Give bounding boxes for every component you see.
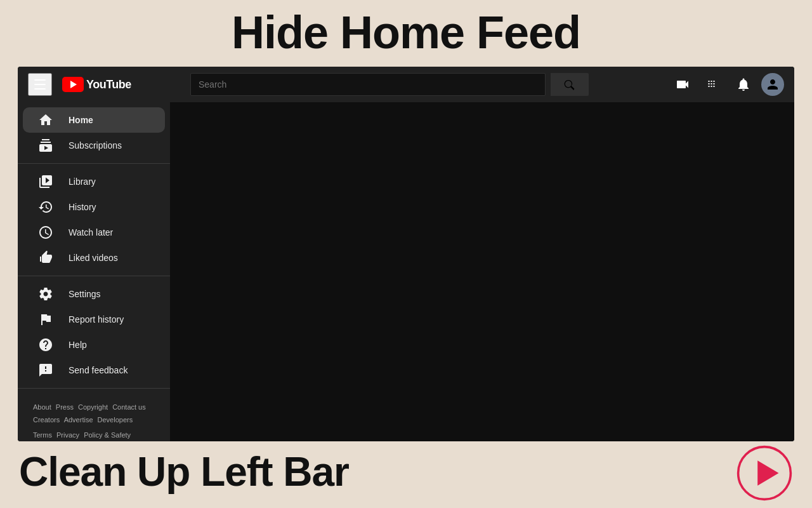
press-link[interactable]: Press — [56, 403, 74, 411]
flag-icon — [38, 312, 53, 327]
footer-links-2: Terms Privacy Policy & Safety — [33, 429, 155, 441]
subscriptions-label: Subscriptions — [69, 140, 122, 150]
sidebar-item-settings[interactable]: Settings — [23, 281, 165, 307]
search-icon — [563, 78, 576, 91]
creators-link[interactable]: Creators — [33, 416, 60, 424]
body: Home Subscriptions — [18, 102, 794, 441]
bell-icon — [736, 77, 751, 92]
copyright-link[interactable]: Copyright — [78, 403, 108, 411]
create-button[interactable] — [670, 72, 695, 97]
sidebar-item-subscriptions[interactable]: Subscriptions — [23, 133, 165, 158]
about-link[interactable]: About — [33, 403, 51, 411]
avatar-icon — [765, 77, 780, 92]
sidebar-item-library[interactable]: Library — [23, 169, 165, 194]
help-icon — [38, 337, 53, 352]
watch-later-icon — [38, 225, 53, 240]
sidebar: Home Subscriptions — [18, 102, 170, 441]
report-history-label: Report history — [69, 314, 124, 324]
contact-link[interactable]: Contact us — [112, 403, 146, 411]
sidebar-item-watch-later[interactable]: Watch later — [23, 220, 165, 245]
sidebar-section-library: Library History Wa — [18, 169, 170, 276]
home-label: Home — [69, 115, 93, 125]
help-label: Help — [69, 340, 87, 350]
liked-videos-icon — [38, 250, 53, 265]
promo-title: Hide Home Feed — [232, 6, 580, 58]
youtube-ui: YouTube — [18, 67, 794, 441]
youtube-logo-text: YouTube — [86, 78, 131, 91]
library-icon — [38, 174, 53, 189]
terms-link[interactable]: Terms — [33, 431, 52, 439]
history-label: History — [69, 202, 96, 212]
library-label: Library — [69, 177, 96, 187]
sidebar-item-send-feedback[interactable]: Send feedback — [23, 358, 165, 383]
search-bar — [190, 73, 546, 96]
home-icon — [38, 112, 53, 128]
sidebar-item-report-history[interactable]: Report history — [23, 307, 165, 332]
header-right — [670, 72, 784, 97]
search-input[interactable] — [199, 79, 537, 90]
liked-videos-label: Liked videos — [69, 253, 118, 263]
main-content — [170, 102, 794, 441]
feedback-icon — [38, 363, 53, 378]
header-left: YouTube — [28, 73, 180, 96]
play-icon — [736, 444, 793, 502]
sidebar-section-settings: Settings Report history — [18, 281, 170, 389]
footer-links-1: About Press Copyright Contact us Creator… — [33, 401, 155, 427]
notifications-button[interactable] — [731, 72, 756, 97]
subscriptions-icon — [38, 138, 53, 153]
sidebar-item-history[interactable]: History — [23, 194, 165, 220]
apps-button[interactable] — [700, 72, 726, 97]
youtube-logo[interactable]: YouTube — [62, 77, 131, 92]
apps-icon — [705, 77, 721, 92]
header: YouTube — [18, 67, 794, 102]
privacy-link[interactable]: Privacy — [56, 431, 79, 439]
watch-later-label: Watch later — [69, 227, 113, 237]
avatar-button[interactable] — [761, 73, 784, 96]
history-icon — [38, 199, 53, 215]
settings-label: Settings — [69, 289, 101, 299]
search-button[interactable] — [551, 73, 589, 96]
sidebar-item-help[interactable]: Help — [23, 332, 165, 358]
create-icon — [675, 77, 690, 92]
youtube-logo-icon — [62, 77, 84, 92]
policy-link[interactable]: Policy & Safety — [84, 431, 131, 439]
sidebar-item-liked-videos[interactable]: Liked videos — [23, 245, 165, 271]
advertise-link[interactable]: Advertise — [64, 416, 93, 424]
send-feedback-label: Send feedback — [69, 365, 128, 375]
sidebar-item-home[interactable]: Home — [23, 107, 165, 133]
svg-marker-1 — [757, 460, 778, 486]
promo-bottom-title: Clean Up Left Bar — [19, 448, 349, 495]
header-center — [190, 73, 660, 96]
developers-link[interactable]: Developers — [98, 416, 133, 424]
settings-icon — [38, 286, 53, 302]
menu-button[interactable] — [28, 73, 52, 96]
sidebar-section-main: Home Subscriptions — [18, 107, 170, 164]
sidebar-footer: About Press Copyright Contact us Creator… — [18, 394, 170, 441]
